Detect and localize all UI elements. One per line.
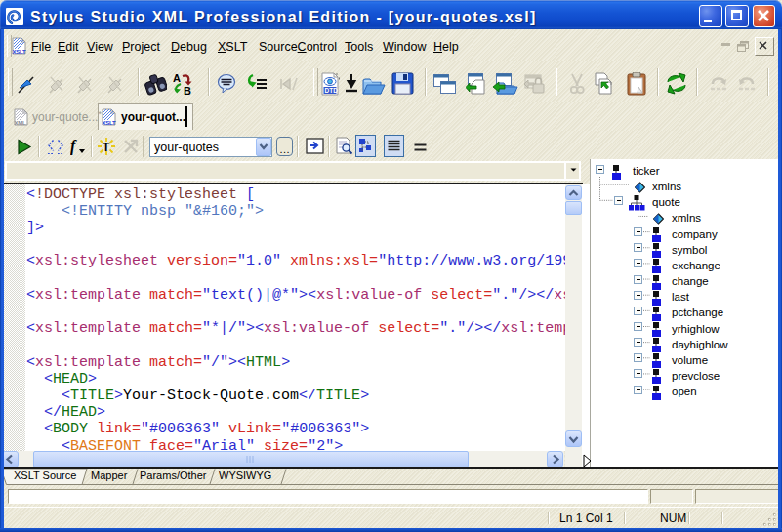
svg-text:T: T: [103, 141, 110, 154]
svg-text:XML: XML: [15, 120, 27, 126]
svg-text:A: A: [173, 72, 181, 84]
svg-text:XSLT: XSLT: [103, 120, 117, 126]
svg-text:B: B: [184, 85, 191, 97]
svg-text:DTD: DTD: [325, 87, 339, 94]
svg-text:f: f: [70, 138, 77, 155]
svg-text:XSLT: XSLT: [13, 49, 27, 55]
